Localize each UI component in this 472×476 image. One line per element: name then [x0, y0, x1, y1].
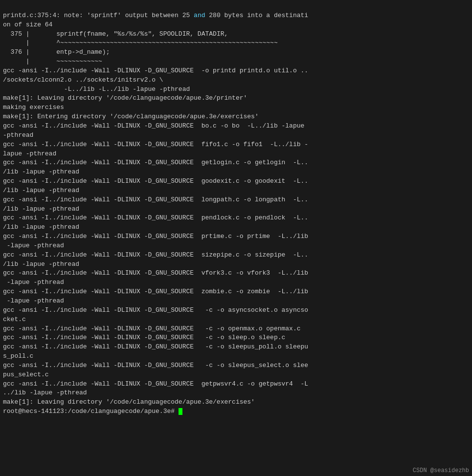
line-1: printd.c:375:4: note: 'sprintf' output b… — [3, 12, 308, 415]
terminal-cursor — [179, 408, 182, 415]
terminal-window: printd.c:375:4: note: 'sprintf' output b… — [0, 0, 472, 476]
watermark: CSDN @seasidezhb — [410, 466, 472, 476]
terminal-output: printd.c:375:4: note: 'sprintf' output b… — [3, 2, 469, 426]
